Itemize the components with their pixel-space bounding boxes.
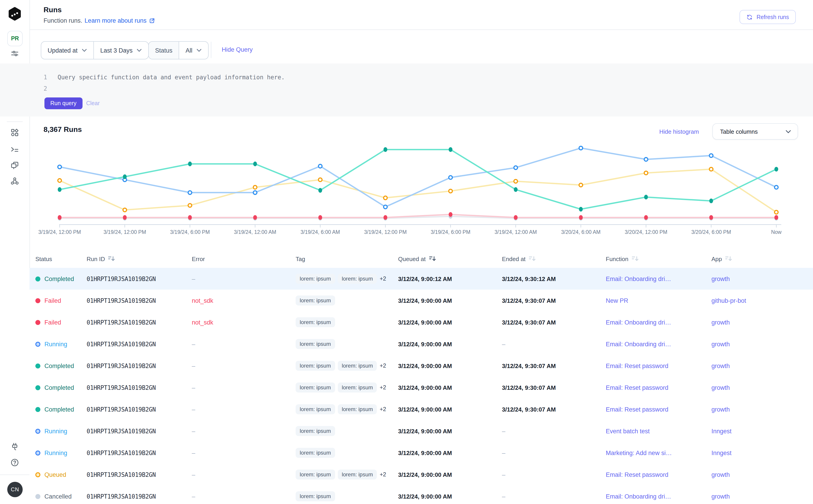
status-cell: Cancelled (35, 493, 87, 500)
table-row[interactable]: Failed01HRPT19RJSA1019B2GNnot_sdklorem: … (29, 311, 813, 334)
clear-query-button[interactable]: Clear (86, 97, 100, 109)
table-row[interactable]: Running01HRPT19RJSA1019B2GN–lorem: ipsum… (29, 442, 813, 464)
app-link[interactable]: growth (711, 275, 730, 282)
sort-field-dropdown[interactable]: Updated at (41, 42, 93, 59)
function-cell: Email: Onboarding dri… (606, 493, 711, 500)
column-header-app[interactable]: App (711, 255, 813, 262)
filters-icon[interactable] (10, 49, 19, 58)
sort-icon[interactable] (529, 256, 536, 262)
tag-overflow-count[interactable]: +2 (380, 471, 386, 478)
sort-icon[interactable] (108, 256, 115, 262)
ended-at-cell: – (502, 428, 606, 434)
tag-overflow-count[interactable]: +2 (380, 276, 386, 282)
function-link[interactable]: Email: Onboarding dri… (606, 319, 671, 326)
refresh-runs-button[interactable]: Refresh runs (740, 10, 796, 24)
table-row[interactable]: Completed01HRPT19RJSA1019B2GN–lorem: ips… (29, 377, 813, 399)
app-link[interactable]: growth (711, 493, 730, 500)
function-link[interactable]: Email: Reset password (606, 406, 668, 413)
tag-overflow-count[interactable]: +2 (380, 384, 386, 391)
function-cell: Email: Onboarding dri… (606, 341, 711, 347)
error-cell: – (192, 362, 296, 369)
status-cell: Completed (35, 406, 87, 413)
table-row[interactable]: Completed01HRPT19RJSA1019B2GN–lorem: ips… (29, 355, 813, 377)
chevron-down-icon (196, 48, 202, 52)
workspace-badge[interactable]: PR (7, 31, 23, 46)
app-cell: growth (711, 493, 813, 500)
app-link[interactable]: growth (711, 384, 730, 391)
help-icon[interactable] (10, 458, 19, 467)
app-cell: growth (711, 319, 813, 326)
ended-at-cell: – (502, 471, 606, 478)
table-row[interactable]: Queued01HRPT19RJSA1019B2GN–lorem: ipsuml… (29, 464, 813, 486)
column-header-ended-at[interactable]: Ended at (502, 255, 606, 262)
tag-overflow-count[interactable]: +2 (380, 363, 386, 369)
axis-label: 3/19/24, 12:00 PM (28, 229, 91, 235)
app-cell: growth (711, 471, 813, 478)
table-row[interactable]: Running01HRPT19RJSA1019B2GN–lorem: ipsum… (29, 333, 813, 355)
function-link[interactable]: Email: Onboarding dri… (606, 275, 671, 282)
app-link[interactable]: growth (711, 341, 730, 347)
tag-cell: lorem: ipsumlorem: ipsum+2 (296, 383, 398, 393)
tag-cell: lorem: ipsumlorem: ipsum+2 (296, 470, 398, 480)
run-query-button[interactable]: Run query (44, 97, 82, 109)
sort-icon[interactable] (725, 256, 732, 262)
function-link[interactable]: Event batch test (606, 428, 650, 434)
inngest-logo-icon[interactable] (7, 6, 22, 21)
function-link[interactable]: Email: Onboarding dri… (606, 341, 671, 347)
function-link[interactable]: Marketing: Add new si… (606, 449, 672, 456)
function-link[interactable]: Email: Onboarding dri… (606, 493, 671, 500)
app-link[interactable]: github-pr-bot (711, 297, 746, 304)
app-link[interactable]: Inngest (711, 449, 732, 456)
queued-at-cell: 3/12/24, 9:00:00 AM (398, 428, 502, 434)
column-header-function[interactable]: Function (606, 255, 711, 262)
tag-overflow-count[interactable]: +2 (380, 406, 386, 412)
app-link[interactable]: growth (711, 406, 730, 413)
app-link[interactable]: Inngest (711, 428, 732, 434)
status-filter-dropdown[interactable]: All (179, 42, 208, 59)
function-link[interactable]: Email: Reset password (606, 384, 668, 391)
plug-icon[interactable] (10, 442, 19, 451)
column-header-error: Error (192, 255, 296, 262)
status-filter: Status All (148, 41, 209, 59)
axis-label: 3/19/24, 6:00 PM (419, 229, 482, 235)
function-cell: New PR (606, 297, 711, 304)
status-label: Cancelled (44, 493, 72, 500)
tag-chip: lorem: ipsum (296, 361, 335, 371)
learn-more-link[interactable]: Learn more about runs (85, 17, 155, 24)
column-header-run-id[interactable]: Run ID (87, 255, 192, 262)
app-link[interactable]: growth (711, 362, 730, 369)
status-cell: Queued (35, 471, 87, 478)
app-cell: growth (711, 384, 813, 391)
status-dot-icon (35, 363, 40, 368)
refresh-icon (747, 14, 753, 20)
run-id-cell: 01HRPT19RJSA1019B2GN (87, 471, 192, 478)
tag-cell: lorem: ipsum (296, 317, 398, 327)
axis-label: 3/20/24, 12:00 PM (614, 229, 678, 235)
time-range-dropdown[interactable]: Last 3 Days (93, 42, 148, 59)
tag-chip: lorem: ipsum (337, 404, 377, 414)
function-link[interactable]: Email: Reset password (606, 362, 668, 369)
query-editor[interactable] (0, 63, 813, 116)
hide-histogram-link[interactable]: Hide histogram (659, 128, 699, 135)
app-link[interactable]: growth (711, 319, 730, 326)
error-cell: not_sdk (192, 319, 296, 326)
status-label: Running (44, 341, 67, 347)
table-row[interactable]: Failed01HRPT19RJSA1019B2GNnot_sdklorem: … (29, 290, 813, 312)
axis-label: Now (745, 229, 808, 235)
function-link[interactable]: New PR (606, 297, 628, 304)
sort-icon[interactable] (632, 256, 639, 262)
app-link[interactable]: growth (711, 471, 730, 478)
queued-at-cell: 3/12/24, 9:00:00 AM (398, 341, 502, 347)
user-avatar[interactable]: CN (7, 482, 23, 497)
table-row[interactable]: Cancelled01HRPT19RJSA1019B2GN–lorem: ips… (29, 485, 813, 504)
table-row[interactable]: Completed01HRPT19RJSA1019B2GN–lorem: ips… (29, 398, 813, 421)
function-link[interactable]: Email: Reset password (606, 471, 668, 478)
column-header-queued-at[interactable]: Queued at (398, 255, 502, 262)
table-row[interactable]: Running01HRPT19RJSA1019B2GN–lorem: ipsum… (29, 420, 813, 442)
tag-chip: lorem: ipsum (337, 274, 377, 284)
tag-cell: lorem: ipsum (296, 339, 398, 349)
runs-histogram-chart[interactable] (0, 136, 813, 231)
sort-icon[interactable] (429, 256, 436, 262)
table-row[interactable]: Completed01HRPT19RJSA1019B2GN–lorem: ips… (29, 268, 813, 290)
hide-query-link[interactable]: Hide Query (222, 46, 253, 53)
